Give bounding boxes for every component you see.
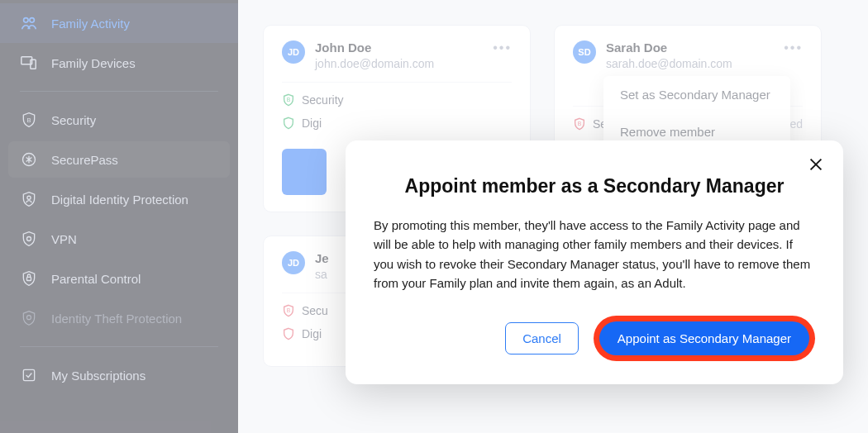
cancel-button[interactable]: Cancel [505, 322, 579, 354]
close-icon[interactable] [807, 155, 827, 175]
appoint-secondary-modal: Appoint member as a Secondary Manager By… [346, 140, 843, 384]
highlight-ring: Appoint as Secondary Manager [594, 316, 815, 361]
modal-body: By promoting this member, they'll have a… [374, 216, 815, 293]
appoint-button[interactable]: Appoint as Secondary Manager [599, 321, 809, 355]
modal-title: Appoint member as a Secondary Manager [374, 175, 815, 197]
